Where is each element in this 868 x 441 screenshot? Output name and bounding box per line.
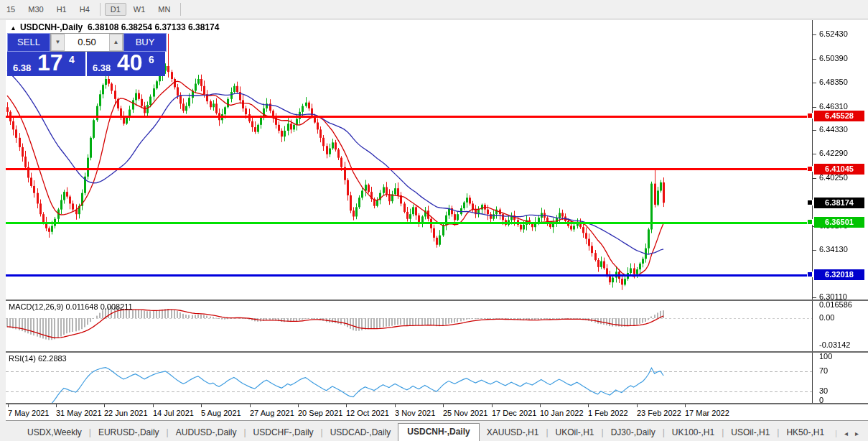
- rsi-axis-label: 70: [819, 366, 828, 375]
- tab-usdchf-daily[interactable]: USDCHF-,Daily: [246, 424, 321, 441]
- date-label: 17 Mar 2022: [685, 409, 729, 417]
- tab-scroll-arrows: |◂▸: [831, 430, 868, 441]
- price-tick-label: 6.42290: [819, 149, 848, 157]
- tab-dj30-daily[interactable]: DJ30-,Daily: [604, 424, 663, 441]
- price-tick-label: 6.48350: [819, 78, 848, 86]
- timeframe-button-mn[interactable]: MN: [152, 3, 176, 16]
- tab-usdcnh-daily[interactable]: USDCNH-,Daily: [398, 423, 479, 441]
- tab-separator: |: [831, 430, 841, 437]
- volume-input[interactable]: 0.50: [65, 34, 109, 51]
- tab-xauusd-h1[interactable]: XAUUSD-,H1: [480, 424, 546, 441]
- tab-ukoil-h1[interactable]: UKOil-,H1: [549, 424, 602, 441]
- date-tick-mark: [685, 404, 686, 407]
- date-tick-mark: [250, 404, 251, 407]
- price-tick-label: 6.52430: [819, 29, 848, 38]
- price-axis[interactable]: 6.524306.503906.483506.463106.443306.422…: [812, 20, 868, 404]
- rsi-label: RSI(14) 62.2883: [9, 354, 67, 363]
- date-label: 5 Aug 2021: [201, 409, 241, 417]
- tab-usdx-weekly[interactable]: USDX,Weekly: [20, 424, 89, 441]
- tab-usoil-h1[interactable]: USOil-,H1: [724, 424, 777, 441]
- macd-pane-splitter[interactable]: [6, 300, 868, 301]
- volume-decrease-button[interactable]: ▼: [51, 34, 65, 51]
- timeframe-button-h1[interactable]: H1: [51, 3, 73, 16]
- price-level-marker: [807, 219, 813, 225]
- tab-hk50-h1[interactable]: HK50-,H1: [779, 424, 831, 441]
- date-label: 22 Jun 2021: [104, 409, 148, 417]
- price-tick-label: 6.34130: [819, 245, 848, 254]
- buy-button[interactable]: BUY: [123, 33, 167, 52]
- price-tick-mark: [813, 107, 816, 108]
- date-tick-mark: [153, 404, 154, 407]
- price-level-badge: 6.38174: [814, 198, 864, 208]
- trade-controls-row: SELL ▼ 0.50 ▲ BUY: [7, 33, 167, 52]
- price-tick-mark: [813, 130, 816, 131]
- buy-price-prefix: 6.38: [93, 62, 111, 73]
- rsi-axis-label: 100: [819, 352, 832, 361]
- date-tick-mark: [104, 404, 105, 407]
- date-label: 1 Feb 2022: [588, 409, 628, 417]
- sell-price-display[interactable]: 6.38 17 4: [7, 52, 85, 76]
- date-label: 31 May 2021: [56, 409, 102, 417]
- chart-canvas[interactable]: [6, 20, 812, 404]
- price-tick-mark: [813, 59, 816, 60]
- tab-usdcad-daily[interactable]: USDCAD-,Daily: [323, 424, 398, 441]
- price-tick-mark: [813, 154, 816, 154]
- collapse-arrow-icon[interactable]: ▲: [10, 24, 17, 32]
- price-tick-label: 6.44330: [819, 125, 848, 134]
- macd-axis-label: 0.00: [819, 313, 834, 322]
- date-tick-mark: [443, 404, 444, 407]
- macd-label: MACD(12,26,9) 0.011648 0.008211: [9, 302, 133, 311]
- timeframe-button-15[interactable]: 15: [1, 3, 21, 16]
- date-tick-mark: [637, 404, 638, 407]
- date-tick-mark: [56, 404, 57, 407]
- one-click-trading-panel: SELL ▼ 0.50 ▲ BUY 6.38 17 4 6.38 40 6: [7, 33, 167, 76]
- symbol-period-label: USDCNH-,Daily: [20, 22, 83, 32]
- date-label: 14 Jul 2021: [153, 409, 194, 417]
- buy-price-point: 6: [149, 54, 154, 65]
- date-label: 7 May 2021: [8, 409, 49, 417]
- timeframe-button-d1[interactable]: D1: [105, 3, 126, 16]
- macd-name: MACD(12,26,9): [9, 302, 63, 311]
- price-level-badge: 6.32018: [814, 269, 864, 280]
- timeframe-toolbar: 15M30H1H4D1W1MN: [0, 0, 868, 19]
- tab-scroll-right-icon[interactable]: ▸: [851, 430, 862, 437]
- price-level-badge: 6.41045: [814, 164, 864, 175]
- date-label: 20 Sep 2021: [298, 409, 342, 417]
- timeframe-button-w1[interactable]: W1: [128, 3, 151, 16]
- toolbar-separator: [100, 3, 101, 16]
- date-axis[interactable]: 7 May 202131 May 202122 Jun 202114 Jul 2…: [6, 404, 868, 421]
- symbol-tab-bar: USDX,Weekly|EURUSD-,Daily|AUDUSD-,Daily|…: [0, 422, 868, 441]
- sell-button[interactable]: SELL: [7, 33, 50, 52]
- price-level-marker: [807, 166, 813, 172]
- rsi-axis-label: 30: [819, 386, 828, 395]
- date-label: 17 Dec 2021: [492, 409, 536, 417]
- volume-spinner: ▼ 0.50 ▲: [50, 33, 123, 52]
- trade-prices-row: 6.38 17 4 6.38 40 6: [7, 52, 167, 76]
- macd-value-main: 0.011648: [65, 302, 98, 311]
- volume-increase-button[interactable]: ▲: [109, 34, 123, 51]
- trading-app: 15M30H1H4D1W1MN ▲USDCNH-,Daily 6.38108 6…: [0, 0, 868, 441]
- macd-value-signal: 0.008211: [101, 302, 133, 311]
- date-tick-mark: [588, 404, 589, 407]
- date-label: 23 Feb 2022: [637, 409, 681, 417]
- rsi-pane-splitter[interactable]: [6, 351, 868, 353]
- date-label: 10 Jan 2022: [540, 409, 584, 417]
- tab-scroll-left-icon[interactable]: ◂: [841, 430, 851, 437]
- timeframe-button-h4[interactable]: H4: [74, 3, 95, 16]
- ohlc-values: 6.38108 6.38254 6.37133 6.38174: [88, 22, 220, 32]
- price-level-marker: [807, 271, 813, 277]
- date-tick-mark: [395, 404, 396, 407]
- price-level-marker: [807, 113, 813, 119]
- chart-title: ▲USDCNH-,Daily 6.38108 6.38254 6.37133 6…: [10, 22, 219, 32]
- tab-audusd-daily[interactable]: AUDUSD-,Daily: [169, 424, 244, 441]
- date-label: 25 Nov 2021: [443, 409, 487, 417]
- price-level-badge: 6.45528: [814, 111, 864, 121]
- tab-uk100-h1[interactable]: UK100-,H1: [665, 424, 722, 441]
- price-tick-mark: [813, 297, 816, 298]
- buy-price-display[interactable]: 6.38 40 6: [87, 52, 165, 76]
- price-tick-mark: [813, 250, 816, 251]
- sell-price-pips: 17: [37, 52, 63, 76]
- date-tick-mark: [492, 404, 493, 407]
- tab-eurusd-daily[interactable]: EURUSD-,Daily: [91, 424, 167, 441]
- timeframe-button-m30[interactable]: M30: [22, 3, 49, 16]
